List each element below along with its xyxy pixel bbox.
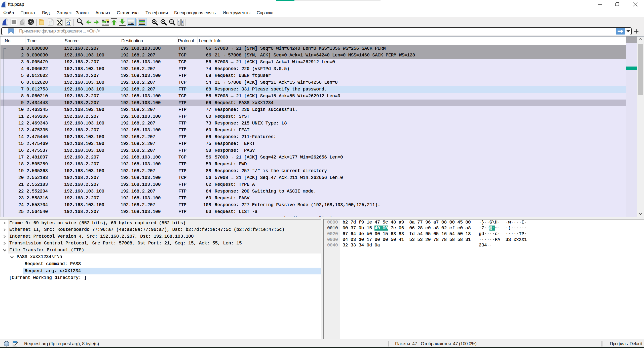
svg-text:0101: 0101 [66, 19, 70, 21]
svg-text:0111: 0111 [49, 23, 53, 25]
